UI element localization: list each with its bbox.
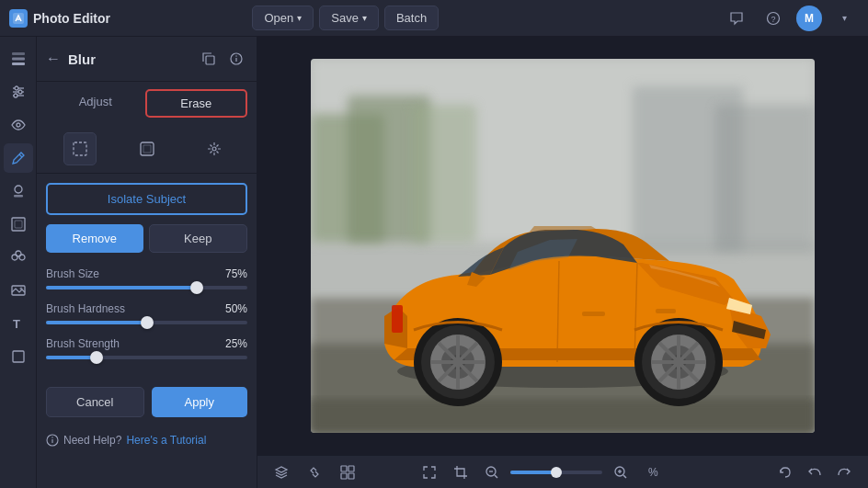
photo-wrapper — [311, 59, 815, 433]
icon-bar-images[interactable] — [4, 276, 33, 305]
keep-button[interactable]: Keep — [149, 224, 248, 253]
panel-title: Blur — [68, 51, 190, 67]
help-info-icon — [46, 434, 59, 447]
panel-header-icons — [198, 48, 247, 70]
brush-strength-track[interactable] — [46, 356, 247, 359]
svg-rect-44 — [311, 399, 815, 433]
zoom-slider-thumb[interactable] — [551, 467, 562, 478]
brush-strength-fill — [46, 356, 97, 359]
app-icon — [9, 9, 28, 28]
fit-to-screen-button[interactable] — [417, 460, 442, 485]
svg-rect-5 — [12, 62, 25, 65]
topbar-expand-icon[interactable]: ▾ — [831, 5, 859, 32]
remove-keep-row: Remove Keep — [46, 224, 247, 253]
icon-bar-text[interactable]: T — [4, 309, 33, 338]
icon-bar-shapes[interactable] — [4, 342, 33, 371]
zoom-in-button[interactable] — [608, 460, 634, 485]
topbar-left: Photo Editor — [9, 9, 110, 28]
brush-hardness-thumb[interactable] — [141, 316, 154, 329]
zoom-out-button[interactable] — [479, 460, 505, 485]
action-row: Cancel Apply — [46, 387, 247, 417]
icon-bar-eye[interactable] — [4, 110, 33, 140]
icon-bar-adjustments[interactable] — [4, 77, 33, 107]
brush-hardness-track[interactable] — [46, 321, 247, 324]
zoom-slider-fill — [510, 471, 556, 474]
tab-adjust[interactable]: Adjust — [46, 89, 145, 118]
zoom-section: % — [417, 460, 667, 485]
cancel-button[interactable]: Cancel — [46, 387, 144, 417]
topbar-right: ? M ▾ — [723, 5, 859, 32]
svg-rect-3 — [12, 52, 25, 55]
help-row: Need Help? Here's a Tutorial — [37, 426, 257, 454]
brush-hardness-slider-row: Brush Hardness 50% — [46, 302, 247, 324]
batch-button[interactable]: Batch — [384, 6, 439, 30]
brush-size-thumb[interactable] — [190, 281, 203, 294]
svg-rect-70 — [348, 466, 354, 471]
icon-bar-frames[interactable] — [4, 210, 33, 239]
crop-button[interactable] — [448, 460, 474, 485]
panel-back-button[interactable]: ← — [46, 51, 61, 67]
svg-rect-16 — [12, 218, 25, 231]
zoom-slider[interactable] — [510, 471, 602, 474]
svg-rect-69 — [341, 466, 347, 471]
app-title: Photo Editor — [33, 11, 110, 26]
open-button[interactable]: Open ▾ — [252, 6, 314, 30]
svg-text:T: T — [13, 317, 20, 331]
zoom-percent: % — [639, 466, 667, 479]
svg-point-7 — [15, 86, 18, 90]
svg-text:?: ? — [771, 15, 775, 24]
brush-hardness-label: Brush Hardness — [46, 302, 125, 315]
icon-bar-group[interactable] — [4, 243, 33, 272]
svg-rect-48 — [582, 312, 605, 316]
rotate-left-button[interactable] — [772, 460, 798, 485]
brush-size-slider-row: Brush Size 75% — [46, 267, 247, 289]
tool-magic-select[interactable] — [198, 132, 231, 165]
remove-button[interactable]: Remove — [46, 224, 143, 253]
brush-strength-thumb[interactable] — [90, 351, 103, 364]
tab-erase[interactable]: Erase — [145, 89, 248, 118]
save-button[interactable]: Save ▾ — [319, 6, 379, 30]
open-chevron-icon: ▾ — [297, 13, 302, 23]
svg-point-20 — [16, 251, 21, 256]
bottom-layers-icon[interactable] — [268, 460, 294, 485]
redo-button[interactable] — [831, 460, 857, 485]
isolate-subject-button[interactable]: Isolate Subject — [46, 183, 247, 215]
brush-hardness-value: 50% — [225, 302, 247, 315]
svg-point-28 — [235, 55, 236, 56]
svg-rect-50 — [392, 305, 403, 333]
tool-lasso[interactable] — [131, 132, 164, 165]
save-chevron-icon: ▾ — [362, 13, 367, 23]
bottom-bar: % — [257, 455, 868, 488]
avatar[interactable]: M — [796, 6, 822, 31]
topbar-center: Open ▾ Save ▾ Batch — [252, 6, 439, 30]
panel-tabs: Adjust Erase — [37, 82, 257, 125]
icon-bar-layers[interactable] — [4, 44, 33, 74]
bottom-right — [772, 460, 857, 485]
icon-bar-brush[interactable] — [4, 143, 33, 173]
panel-info-icon[interactable] — [225, 48, 247, 70]
tool-square-select[interactable] — [63, 132, 97, 165]
svg-rect-49 — [656, 309, 676, 313]
help-text: Need Help? — [63, 434, 121, 447]
bottom-grid-icon[interactable] — [335, 460, 360, 485]
svg-rect-25 — [206, 56, 214, 64]
chat-icon-button[interactable] — [723, 5, 750, 32]
apply-button[interactable]: Apply — [152, 387, 248, 417]
svg-point-14 — [15, 186, 22, 193]
brush-size-track[interactable] — [46, 286, 247, 289]
svg-line-75 — [495, 475, 497, 478]
help-icon-button[interactable]: ? — [760, 5, 787, 32]
canvas-container[interactable] — [257, 37, 868, 455]
svg-rect-17 — [15, 221, 22, 228]
help-tutorial-link[interactable]: Here's a Tutorial — [126, 434, 206, 447]
svg-rect-4 — [12, 58, 25, 61]
icon-bar-stamp[interactable] — [4, 176, 33, 206]
undo-button[interactable] — [802, 460, 828, 485]
panel-copy-icon[interactable] — [198, 48, 220, 70]
svg-point-31 — [212, 147, 216, 151]
bottom-link-icon[interactable] — [302, 460, 327, 485]
svg-point-12 — [17, 123, 20, 127]
topbar: Photo Editor Open ▾ Save ▾ Batch ? M — [0, 0, 868, 37]
sliders-section: Brush Size 75% Brush Hardness 50% — [37, 262, 257, 378]
svg-point-34 — [51, 437, 52, 437]
